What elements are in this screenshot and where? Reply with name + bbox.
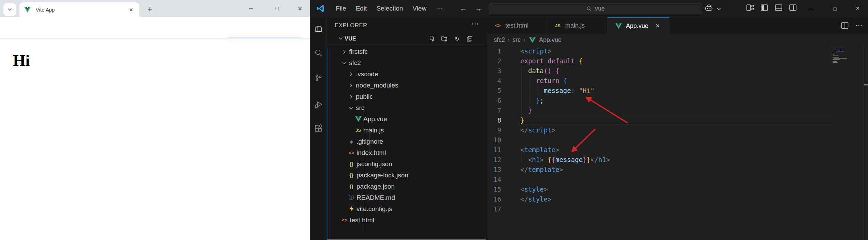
workspace-section-header[interactable]: VUE ↻ [327, 32, 487, 46]
tab-search-button[interactable] [3, 3, 16, 16]
menu-file[interactable]: File [331, 5, 351, 12]
tree-item-app-vue[interactable]: App.vue [327, 113, 486, 125]
vite-file-icon [347, 206, 356, 212]
tree-item-public[interactable]: public [327, 91, 486, 102]
browser-close-button[interactable]: ✕ [293, 1, 307, 16]
browser-toolbar: ← → ↻ localhost:5174 GA ☆ » 有新版 Chrome 可… [0, 17, 310, 38]
browser-minimize-button[interactable]: ─ [244, 1, 258, 16]
tree-item-jsconfig-json[interactable]: {}jsconfig.json [327, 158, 486, 170]
code-text: } [520, 116, 524, 124]
copilot-icon[interactable] [704, 4, 713, 12]
file-label: firstsfc [349, 48, 368, 55]
command-center-search[interactable]: vue [489, 3, 702, 14]
workspace-name: VUE [345, 36, 356, 42]
tree-item-main-js[interactable]: JSmain.js [327, 125, 486, 136]
tab-app-vue[interactable]: App.vue✕ [607, 17, 669, 34]
browser-tab-title: Vite App [36, 7, 127, 13]
code-text: export default { [520, 57, 583, 65]
tree-item-gitignore[interactable]: ◆.gitignore [327, 136, 486, 147]
line-number: 2 [487, 57, 520, 65]
code-line-16: 16</style> [487, 194, 868, 204]
line-number: 5 [487, 87, 520, 94]
file-label: package.json [357, 183, 395, 190]
search-activity-icon[interactable] [314, 49, 323, 57]
file-label: jsconfig.json [357, 160, 392, 168]
tree-item-node-modules[interactable]: node_modules [327, 80, 486, 91]
line-number: 12 [487, 156, 520, 163]
new-tab-button[interactable]: + [144, 4, 155, 15]
toggle-secondary-sidebar-icon[interactable] [789, 4, 796, 11]
tree-item-vscode[interactable]: .vscode [327, 68, 486, 80]
vscode-maximize-button[interactable]: □ [828, 2, 842, 15]
search-icon [586, 6, 592, 12]
vscode-minimize-button[interactable]: ─ [804, 2, 817, 15]
code-line-4: 4 return { [487, 76, 868, 85]
minimap-border [864, 46, 864, 240]
copilot-chevron-icon[interactable] [716, 6, 721, 11]
tree-item-test-html[interactable]: <>test.html [327, 214, 486, 226]
html-file-icon: <> [341, 218, 349, 223]
chevron-down-icon [347, 106, 355, 110]
line-number: 14 [487, 176, 520, 183]
code-line-3: 3 data() { [487, 66, 868, 76]
close-tab-icon[interactable]: ✕ [655, 22, 660, 30]
explorer-more-actions-icon[interactable]: ⋯ [472, 20, 479, 28]
code-line-8: 8} [487, 115, 868, 125]
vscode-close-button[interactable]: ✕ [851, 2, 865, 15]
tree-item-firstsfc[interactable]: firstsfc [327, 46, 486, 57]
nav-back-button[interactable]: ← [458, 4, 469, 13]
tree-item-sfc2[interactable]: sfc2 [327, 57, 486, 68]
line-number: 9 [487, 126, 520, 134]
html-file-icon: <> [347, 150, 356, 156]
menu-bar: FileEditSelectionView⋯ [331, 0, 447, 17]
menu-more[interactable]: ⋯ [431, 5, 447, 13]
tree-item-vite-config-js[interactable]: vite.config.js [327, 203, 486, 214]
tab-main-js[interactable]: JSmain.js [547, 17, 607, 34]
line-number: 4 [487, 77, 520, 84]
tree-item-index-html[interactable]: <>index.html [327, 147, 486, 158]
minimap[interactable] [833, 47, 862, 64]
nav-forward-button[interactable]: → [473, 4, 484, 13]
breadcrumb-separator: › [523, 36, 525, 44]
file-label: sfc2 [349, 59, 361, 67]
chevron-right-icon [341, 49, 348, 54]
extensions-activity-icon[interactable] [314, 124, 323, 133]
browser-window: Vite App ✕ + ─ □ ✕ ← → ↻ localhost:5174 … [0, 0, 310, 240]
explorer-activity-icon[interactable] [314, 25, 323, 33]
split-editor-icon[interactable] [841, 22, 849, 29]
source-control-activity-icon[interactable] [314, 74, 323, 82]
breadcrumb-app-vue[interactable]: App.vue [539, 36, 562, 44]
line-number: 11 [487, 146, 520, 154]
code-line-2: 2export default { [487, 56, 868, 66]
code-line-5: 5 message: "Hi" [487, 85, 868, 95]
chevron-down-icon [341, 61, 348, 65]
tab-label: App.vue [626, 22, 648, 30]
toggle-panel-icon[interactable] [775, 4, 782, 11]
code-line-15: 15<style> [487, 184, 868, 194]
tab-test-html[interactable]: <>test.html [487, 17, 547, 34]
refresh-icon[interactable]: ↻ [453, 35, 461, 43]
browser-tab[interactable]: Vite App ✕ [19, 2, 139, 17]
menu-selection[interactable]: Selection [372, 5, 408, 12]
tree-item-src[interactable]: src [327, 102, 486, 113]
close-tab-icon[interactable]: ✕ [127, 6, 135, 14]
new-file-icon[interactable] [428, 35, 436, 43]
breadcrumb-sfc2[interactable]: sfc2 [494, 36, 505, 44]
collapse-all-icon[interactable] [466, 35, 473, 43]
vue-file-icon [614, 23, 622, 29]
customize-layout-icon[interactable] [746, 4, 754, 11]
run-debug-activity-icon[interactable] [314, 100, 323, 109]
new-folder-icon[interactable] [441, 35, 448, 43]
browser-maximize-button[interactable]: □ [270, 1, 284, 16]
toggle-sidebar-icon[interactable] [761, 4, 768, 11]
tree-item-readme-md[interactable]: ⓘREADME.md [327, 192, 486, 203]
breadcrumb-src[interactable]: src [512, 36, 521, 44]
editor-more-actions-icon[interactable]: ⋯ [855, 21, 863, 30]
js-file-icon: JS [554, 23, 562, 28]
code-editor[interactable]: 1<script>2export default {3 data() {4 re… [487, 46, 868, 240]
menu-edit[interactable]: Edit [351, 5, 372, 12]
vue-file-icon [354, 116, 362, 122]
tree-item-package-json[interactable]: {}package.json [327, 181, 486, 192]
tree-item-package-lock-json[interactable]: {}package-lock.json [327, 170, 486, 181]
menu-view[interactable]: View [408, 5, 431, 12]
